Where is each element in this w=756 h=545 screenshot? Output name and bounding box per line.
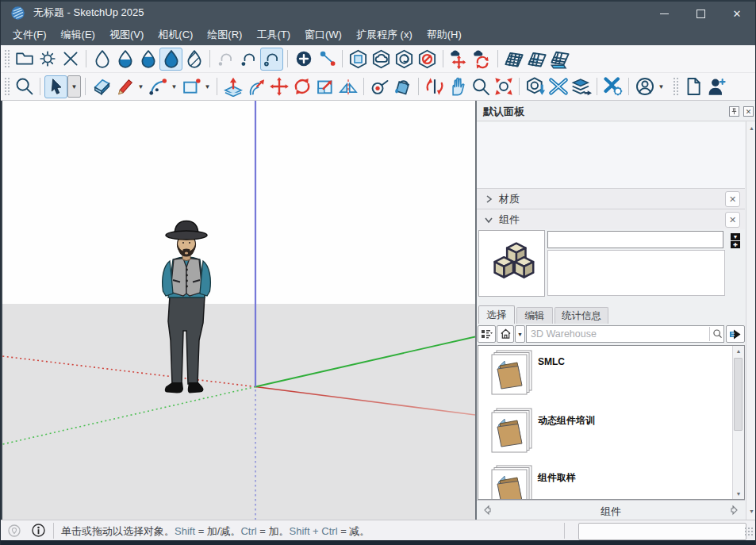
rectangle-icon[interactable] [179, 75, 202, 98]
move-icon[interactable] [267, 75, 290, 98]
section-materials[interactable]: 材质 ✕ [477, 188, 745, 209]
settings-gear-icon[interactable] [36, 48, 59, 71]
rectangle-dropdown[interactable]: ▼ [202, 76, 213, 98]
menu-view[interactable]: 视图(V) [102, 25, 151, 45]
style-drop-empty-icon[interactable] [90, 48, 113, 71]
close-button[interactable]: ✕ [719, 2, 755, 25]
eraser-icon[interactable] [90, 75, 113, 98]
close-panel-icon[interactable]: ✕ [743, 106, 754, 117]
hex-cloud-icon[interactable] [370, 48, 393, 71]
menu-extensions[interactable]: 扩展程序 (x) [349, 25, 420, 45]
home-icon[interactable] [497, 325, 514, 343]
arc-dropdown[interactable]: ▼ [169, 76, 179, 98]
style-drop-half-icon[interactable] [113, 48, 136, 71]
follow-me-icon[interactable] [244, 75, 267, 98]
component-description-area[interactable] [547, 250, 725, 296]
pin-panel-icon[interactable] [729, 106, 739, 117]
get-models-icon[interactable] [524, 75, 547, 98]
info-icon[interactable] [32, 524, 45, 537]
cloud-rotate-icon[interactable] [470, 48, 493, 71]
extension-manager-icon[interactable] [601, 75, 624, 98]
scale-icon[interactable] [313, 75, 336, 98]
tape-measure-icon[interactable] [368, 75, 391, 98]
menu-camera[interactable]: 相机(C) [151, 25, 200, 45]
style-drop-most-icon[interactable] [136, 48, 159, 71]
scroll-up-icon[interactable]: ▲ [733, 346, 744, 356]
hex-square-icon[interactable] [347, 48, 370, 71]
measurement-input[interactable] [578, 523, 746, 540]
hex-block-icon[interactable] [416, 48, 439, 71]
menu-help[interactable]: 帮助(H) [420, 25, 469, 45]
search-glass-icon[interactable] [709, 327, 723, 341]
maximize-button[interactable] [682, 2, 719, 25]
add-location-icon[interactable] [292, 48, 315, 71]
close-components-icon[interactable]: ✕ [725, 212, 740, 228]
magnet-icon[interactable] [237, 48, 260, 71]
menu-edit[interactable]: 编辑(E) [54, 25, 102, 45]
resize-grip[interactable] [744, 527, 754, 536]
terrain-grid-icon[interactable] [525, 48, 548, 71]
select-dropdown[interactable]: ▼ [67, 75, 81, 98]
magnet-selected-icon[interactable] [260, 48, 283, 71]
paint-bucket-icon[interactable] [391, 75, 414, 98]
view-options-icon[interactable] [478, 325, 496, 343]
sun-angle-icon[interactable] [315, 48, 338, 71]
style-drop-hatched-icon[interactable] [182, 48, 205, 71]
toolbar-drag-handle[interactable] [4, 77, 10, 96]
style-drop-full-icon[interactable] [159, 48, 182, 71]
account-icon[interactable] [633, 75, 656, 98]
geolocation-icon[interactable] [8, 524, 21, 537]
rotate-icon[interactable] [290, 75, 313, 98]
account-dropdown[interactable]: ▼ [656, 76, 666, 98]
menu-window[interactable]: 窗口(W) [297, 25, 349, 45]
scroll-down-icon[interactable]: ▼ [733, 489, 744, 499]
search-icon[interactable] [13, 75, 36, 98]
tab-edit[interactable]: 编辑 [516, 307, 553, 324]
list-item[interactable]: SMLC [478, 350, 716, 402]
toolbar-drag-handle[interactable] [4, 49, 10, 68]
go-arrow-icon[interactable] [726, 325, 745, 343]
zoom-icon[interactable] [469, 75, 492, 98]
warehouse-search-input[interactable] [527, 328, 709, 340]
close-materials-icon[interactable]: ✕ [725, 191, 740, 207]
minimize-button[interactable] [646, 2, 682, 25]
secondary-pane-icon[interactable]: ▼✚ [731, 233, 740, 248]
panel-scrollbar[interactable]: ▲ ▼ [746, 121, 756, 520]
share-layers-icon[interactable] [570, 75, 593, 98]
select-arrow-icon[interactable] [44, 75, 67, 98]
tab-select[interactable]: 选择 [478, 305, 515, 324]
component-name-input[interactable] [547, 231, 723, 248]
cloud-move-icon[interactable] [447, 48, 470, 71]
pan-icon[interactable] [446, 75, 469, 98]
toolbar-drag-handle[interactable] [673, 77, 679, 96]
section-components[interactable]: 组件 ✕ [477, 209, 745, 229]
drawing-canvas[interactable] [1, 101, 475, 520]
open-folder-icon[interactable] [13, 48, 36, 71]
scroll-up-icon[interactable]: ▲ [746, 123, 756, 133]
pencil-icon[interactable] [113, 75, 136, 98]
terrain-smoove-icon[interactable] [548, 48, 571, 71]
extension-warehouse-icon[interactable] [547, 75, 570, 98]
arc-icon[interactable] [146, 75, 169, 98]
next-collection-icon[interactable] [729, 505, 740, 516]
push-pull-icon[interactable] [221, 75, 244, 98]
menu-draw[interactable]: 绘图(R) [200, 25, 249, 45]
add-person-icon[interactable] [704, 75, 727, 98]
zoom-extents-icon[interactable] [492, 75, 515, 98]
magnet-disabled-icon[interactable] [214, 48, 237, 71]
nav-dropdown-icon[interactable]: ▼ [515, 325, 525, 343]
new-file-icon[interactable] [681, 75, 704, 98]
menu-tools[interactable]: 工具(T) [249, 25, 297, 45]
orbit-icon[interactable] [423, 75, 446, 98]
pencil-dropdown[interactable]: ▼ [136, 76, 146, 98]
list-item[interactable]: 动态组件培训 [478, 408, 716, 460]
flip-icon[interactable] [336, 75, 359, 98]
hex-swirl-icon[interactable] [393, 48, 416, 71]
terrain-contours-icon[interactable] [502, 48, 525, 71]
list-scrollbar[interactable]: ▲ ▼ [732, 346, 744, 499]
close-x-icon[interactable] [59, 48, 82, 71]
scroll-down-icon[interactable]: ▼ [746, 506, 756, 516]
list-item[interactable]: 组件取样 [478, 465, 716, 500]
menu-file[interactable]: 文件(F) [6, 25, 54, 45]
tab-statistics[interactable]: 统计信息 [555, 307, 608, 324]
